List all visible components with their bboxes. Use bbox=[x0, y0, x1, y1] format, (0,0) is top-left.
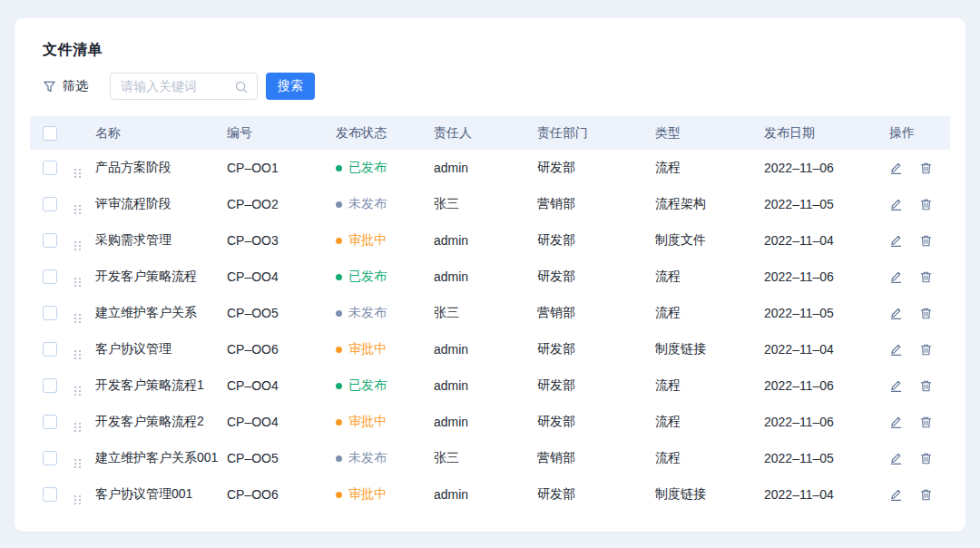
cell-code: CP–OO5 bbox=[227, 451, 336, 465]
cell-code: CP–OO4 bbox=[227, 378, 336, 393]
drag-handle-icon[interactable] bbox=[74, 459, 81, 468]
status-label: 已发布 bbox=[348, 269, 387, 285]
cell-owner: 张三 bbox=[434, 196, 537, 212]
drag-handle-icon[interactable] bbox=[74, 350, 81, 359]
table-row: 建立维护客户关系 CP–OO5 未发布 张三 营销部 流程 2022–11–05 bbox=[30, 295, 950, 331]
delete-button[interactable] bbox=[919, 416, 933, 429]
delete-button[interactable] bbox=[919, 488, 933, 502]
row-checkbox[interactable] bbox=[43, 269, 57, 284]
drag-handle-icon[interactable] bbox=[74, 278, 81, 287]
cell-name: 采购需求管理 bbox=[95, 232, 227, 249]
cell-type: 制度链接 bbox=[655, 341, 764, 357]
cell-code: CP–OO4 bbox=[227, 269, 336, 284]
table-row: 产品方案阶段 CP–OO1 已发布 admin 研发部 流程 2022–11–0… bbox=[30, 150, 950, 186]
edit-button[interactable] bbox=[889, 234, 903, 248]
drag-handle-icon[interactable] bbox=[74, 314, 81, 323]
status-label: 审批中 bbox=[348, 232, 387, 249]
row-checkbox[interactable] bbox=[43, 161, 57, 175]
toolbar: 筛选 搜索 bbox=[43, 73, 315, 100]
status-dot bbox=[336, 383, 342, 389]
cell-date: 2022–11–05 bbox=[764, 197, 889, 211]
status-label: 未发布 bbox=[348, 450, 387, 466]
drag-handle-icon[interactable] bbox=[74, 387, 81, 396]
file-list-card: 文件清单 筛选 搜索 名称 编号 bbox=[15, 18, 965, 532]
cell-department: 研发部 bbox=[537, 341, 655, 357]
delete-button[interactable] bbox=[919, 234, 933, 248]
row-checkbox[interactable] bbox=[43, 451, 57, 465]
row-checkbox[interactable] bbox=[43, 415, 57, 429]
table-row: 客户协议管理001 CP–OO6 审批中 admin 研发部 制度链接 2022… bbox=[30, 476, 950, 513]
status-dot bbox=[336, 274, 342, 280]
cell-name: 客户协议管理001 bbox=[95, 486, 227, 503]
row-checkbox[interactable] bbox=[43, 306, 57, 320]
delete-button[interactable] bbox=[919, 270, 933, 284]
row-checkbox[interactable] bbox=[43, 487, 57, 502]
cell-name: 开发客户策略流程 bbox=[95, 269, 227, 285]
edit-button[interactable] bbox=[889, 488, 903, 502]
cell-type: 流程 bbox=[655, 160, 764, 176]
row-checkbox[interactable] bbox=[43, 342, 57, 357]
cell-code: CP–OO1 bbox=[227, 161, 336, 175]
delete-button[interactable] bbox=[919, 307, 933, 320]
cell-code: CP–OO5 bbox=[227, 306, 336, 320]
header-name: 名称 bbox=[95, 125, 227, 142]
edit-button[interactable] bbox=[889, 161, 903, 175]
cell-type: 制度文件 bbox=[655, 232, 764, 249]
delete-button[interactable] bbox=[919, 161, 933, 175]
edit-button[interactable] bbox=[889, 416, 903, 429]
status-label: 未发布 bbox=[348, 305, 387, 321]
filter-button[interactable]: 筛选 bbox=[43, 78, 88, 94]
cell-date: 2022–11–04 bbox=[764, 487, 889, 502]
cell-type: 制度链接 bbox=[655, 486, 764, 503]
status-label: 已发布 bbox=[348, 160, 387, 176]
header-status: 发布状态 bbox=[336, 125, 434, 142]
cell-department: 研发部 bbox=[537, 377, 655, 394]
search-box bbox=[110, 73, 258, 100]
delete-button[interactable] bbox=[919, 379, 933, 393]
magnifier-icon bbox=[234, 80, 249, 97]
cell-date: 2022–11–04 bbox=[764, 342, 889, 357]
row-checkbox[interactable] bbox=[43, 197, 57, 211]
cell-owner: admin bbox=[434, 269, 537, 284]
row-checkbox[interactable] bbox=[43, 233, 57, 248]
status-dot bbox=[336, 165, 342, 171]
search-input[interactable] bbox=[121, 79, 233, 93]
cell-code: CP–OO2 bbox=[227, 197, 336, 211]
drag-handle-icon[interactable] bbox=[74, 205, 81, 214]
cell-type: 流程 bbox=[655, 414, 764, 430]
status-label: 未发布 bbox=[348, 196, 387, 212]
status-badge: 已发布 bbox=[336, 160, 434, 176]
drag-handle-icon[interactable] bbox=[74, 169, 81, 178]
cell-code: CP–OO6 bbox=[227, 487, 336, 502]
cell-owner: admin bbox=[434, 342, 537, 357]
row-checkbox[interactable] bbox=[43, 378, 57, 393]
cell-department: 研发部 bbox=[537, 232, 655, 249]
delete-button[interactable] bbox=[919, 198, 933, 211]
edit-button[interactable] bbox=[889, 270, 903, 284]
edit-button[interactable] bbox=[889, 379, 903, 393]
edit-button[interactable] bbox=[889, 452, 903, 465]
edit-button[interactable] bbox=[889, 198, 903, 211]
cell-department: 研发部 bbox=[537, 269, 655, 285]
edit-button[interactable] bbox=[889, 343, 903, 357]
drag-handle-icon[interactable] bbox=[74, 495, 81, 504]
status-label: 已发布 bbox=[348, 377, 387, 394]
delete-button[interactable] bbox=[919, 452, 933, 465]
cell-name: 评审流程阶段 bbox=[95, 196, 227, 212]
search-button[interactable]: 搜索 bbox=[266, 73, 315, 100]
status-badge: 已发布 bbox=[336, 269, 434, 285]
select-all-checkbox[interactable] bbox=[43, 126, 57, 141]
table-row: 建立维护客户关系001 CP–OO5 未发布 张三 营销部 流程 2022–11… bbox=[30, 440, 950, 476]
header-code: 编号 bbox=[227, 125, 336, 142]
edit-button[interactable] bbox=[889, 307, 903, 320]
drag-handle-icon[interactable] bbox=[74, 423, 81, 432]
cell-type: 流程 bbox=[655, 305, 764, 321]
header-type: 类型 bbox=[655, 125, 764, 142]
delete-button[interactable] bbox=[919, 343, 933, 357]
table-row: 开发客户策略流程 CP–OO4 已发布 admin 研发部 流程 2022–11… bbox=[30, 259, 950, 295]
cell-date: 2022–11–06 bbox=[764, 269, 889, 284]
status-badge: 审批中 bbox=[336, 486, 434, 503]
cell-name: 产品方案阶段 bbox=[95, 160, 227, 176]
cell-name: 客户协议管理 bbox=[95, 341, 227, 357]
drag-handle-icon[interactable] bbox=[74, 241, 81, 250]
